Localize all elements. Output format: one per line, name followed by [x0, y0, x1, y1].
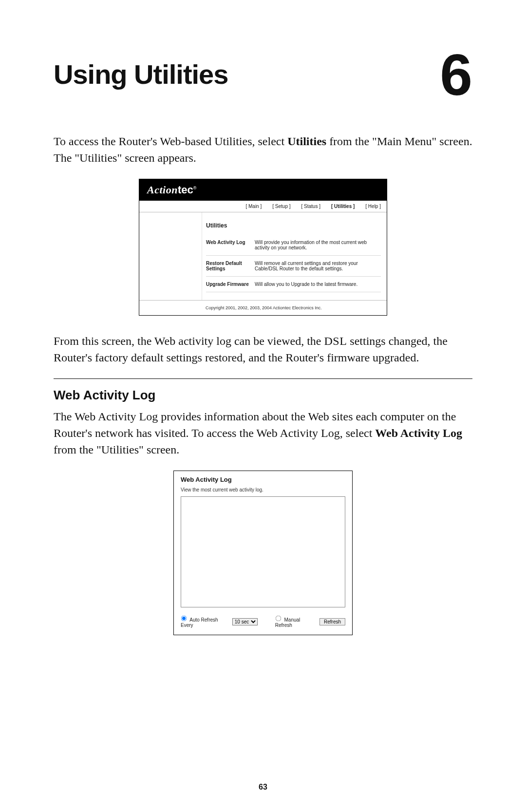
utility-desc: Will provide you information of the most… — [255, 240, 381, 250]
actiontec-logo: Actiontec® — [147, 184, 196, 196]
manual-refresh-radio[interactable] — [275, 616, 281, 622]
nav-tabs: [ Main ] [ Setup ] [ Status ] [ Utilitie… — [139, 201, 387, 212]
text-bold: Utilities — [287, 135, 326, 148]
chapter-title: Using Utilities — [54, 58, 228, 90]
section-divider — [54, 378, 472, 379]
utility-name: Web Activity Log — [206, 240, 250, 250]
utility-row-restore-defaults[interactable]: Restore Default Settings Will remove all… — [206, 256, 381, 277]
refresh-interval-select[interactable]: 10 sec — [232, 618, 258, 625]
text-bold: Web Activity Log — [375, 427, 462, 439]
screenshot-header: Actiontec® — [139, 179, 387, 201]
text: From this screen, the Web activity log c… — [54, 335, 324, 347]
tab-setup[interactable]: [ Setup ] — [272, 204, 290, 209]
main-panel: Utilities Web Activity Log Will provide … — [202, 212, 387, 300]
utility-name: Restore Default Settings — [206, 261, 250, 271]
auto-refresh-radio[interactable] — [181, 616, 187, 622]
manual-refresh-option[interactable]: Manual Refresh — [275, 615, 316, 628]
text: from the "Utilities" screen. — [54, 443, 179, 456]
tab-main[interactable]: [ Main ] — [245, 204, 262, 209]
mid-paragraph: From this screen, the Web activity log c… — [54, 333, 472, 366]
refresh-controls: Auto Refresh Every 10 sec Manual Refresh… — [181, 615, 345, 628]
text: To access the Router's Web-based Utiliti… — [54, 135, 287, 148]
tab-utilities[interactable]: [ Utilities ] — [331, 204, 355, 209]
copyright-footer: Copyright 2001, 2002, 2003, 2004 Actiont… — [139, 300, 387, 315]
refresh-button[interactable]: Refresh — [319, 618, 345, 625]
tab-status[interactable]: [ Status ] — [301, 204, 320, 209]
utility-row-web-activity-log[interactable]: Web Activity Log Will provide you inform… — [206, 235, 381, 256]
section-paragraph: The Web Activity Log provides informatio… — [54, 409, 472, 458]
utilities-screenshot: Actiontec® [ Main ] [ Setup ] [ Status ]… — [139, 179, 387, 316]
text-smallcaps: DSL — [324, 335, 347, 347]
panel-heading: Utilities — [206, 222, 381, 229]
sidebar — [139, 212, 202, 300]
logo-sans: tec — [178, 184, 193, 196]
registered-icon: ® — [193, 186, 197, 190]
page-number: 63 — [0, 783, 526, 792]
section-heading: Web Activity Log — [54, 388, 472, 403]
panel-heading: Web Activity Log — [181, 476, 345, 483]
activity-log-textarea[interactable] — [181, 496, 345, 607]
tab-help[interactable]: [ Help ] — [365, 204, 381, 209]
panel-subtext: View the most current web activity log. — [181, 487, 345, 492]
utility-name: Upgrade Firmware — [206, 282, 250, 287]
logo-script: Action — [147, 184, 178, 196]
utility-row-upgrade-firmware[interactable]: Upgrade Firmware Will allow you to Upgra… — [206, 277, 381, 292]
chapter-head: Using Utilities 6 — [54, 58, 472, 99]
auto-refresh-option[interactable]: Auto Refresh Every — [181, 615, 228, 628]
utility-desc: Will remove all current settings and res… — [255, 261, 381, 271]
chapter-number: 6 — [440, 50, 472, 99]
intro-paragraph: To access the Router's Web-based Utiliti… — [54, 133, 472, 166]
web-activity-log-screenshot: Web Activity Log View the most current w… — [173, 471, 353, 635]
utility-desc: Will allow you to Upgrade to the latest … — [255, 282, 381, 287]
